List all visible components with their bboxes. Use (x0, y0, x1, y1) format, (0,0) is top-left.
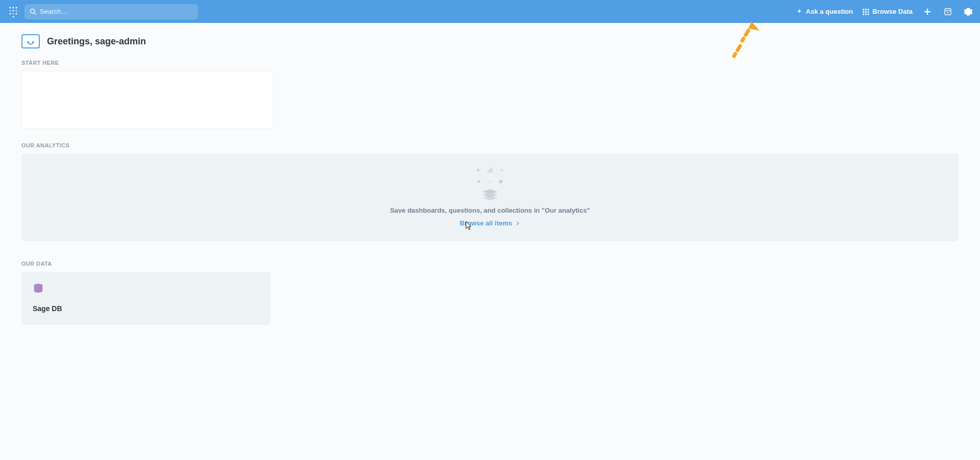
analytics-empty-text: Save dashboards, questions, and collecti… (390, 207, 590, 214)
greeting-row: Greetings, sage-admin (21, 34, 959, 48)
our-analytics-label: OUR ANALYTICS (21, 142, 959, 148)
svg-point-8 (15, 13, 17, 14)
greeting-text: Greetings, sage-admin (47, 36, 146, 47)
plus-icon (923, 7, 932, 16)
browse-data-label: Browse Data (872, 8, 913, 15)
svg-rect-14 (868, 9, 869, 10)
svg-marker-32 (482, 195, 498, 200)
browse-data-link[interactable]: Browse Data (862, 8, 913, 15)
search-icon (30, 8, 37, 15)
mascot-icon (21, 34, 40, 48)
svg-point-3 (9, 10, 11, 11)
svg-rect-15 (863, 11, 864, 12)
metabase-logo[interactable] (6, 5, 20, 19)
our-data-label: OUR DATA (21, 261, 959, 267)
svg-point-2 (15, 7, 17, 8)
svg-rect-18 (863, 13, 864, 15)
svg-point-4 (12, 10, 14, 11)
chevron-right-icon (515, 221, 520, 226)
grid-icon (862, 8, 869, 15)
svg-rect-16 (865, 11, 867, 12)
svg-rect-13 (865, 9, 867, 10)
browse-all-items-link[interactable]: Browse all items (460, 219, 521, 227)
svg-rect-19 (865, 13, 867, 15)
diamond-icon (498, 178, 504, 185)
svg-rect-17 (868, 11, 869, 12)
svg-rect-26 (488, 170, 489, 173)
database-card[interactable]: Sage DB (21, 272, 271, 325)
ask-a-question-label: Ask a question (806, 8, 853, 15)
search-input[interactable] (40, 8, 193, 15)
database-card-title: Sage DB (33, 304, 259, 313)
empty-illustration: ✦ ✧ ✦ ○ (476, 167, 504, 200)
start-here-card[interactable] (21, 71, 274, 129)
browse-all-label: Browse all items (460, 219, 512, 227)
svg-line-11 (34, 13, 36, 14)
spark-icon: ✦ (476, 178, 481, 185)
app-header: Ask a question Browse Data (0, 0, 980, 23)
ask-a-question-link[interactable]: Ask a question (796, 8, 853, 15)
svg-rect-23 (945, 9, 951, 15)
svg-point-10 (31, 9, 35, 13)
stack-icon (482, 189, 498, 200)
main-content: Greetings, sage-admin START HERE OUR ANA… (0, 23, 980, 336)
spark-icon: ○ (487, 178, 491, 185)
sparkle-icon (796, 8, 803, 15)
svg-point-0 (9, 7, 11, 8)
svg-rect-27 (489, 169, 491, 173)
svg-point-1 (12, 7, 14, 8)
bar-chart-icon (487, 167, 493, 173)
archive-button[interactable] (942, 6, 953, 17)
svg-rect-29 (498, 180, 502, 184)
start-here-label: START HERE (21, 60, 959, 66)
spark-icon: ✧ (499, 167, 504, 174)
svg-point-6 (9, 13, 11, 14)
database-icon (33, 283, 44, 294)
spark-icon: ✦ (476, 167, 481, 174)
gear-icon (964, 7, 973, 16)
create-new-button[interactable] (922, 6, 933, 17)
svg-rect-12 (863, 9, 864, 10)
svg-rect-28 (492, 168, 493, 173)
archive-icon (944, 8, 952, 16)
our-analytics-panel: ✦ ✧ ✦ ○ Save dashboards, questions, and … (21, 154, 959, 241)
svg-point-9 (12, 16, 14, 17)
svg-point-5 (15, 10, 17, 11)
settings-button[interactable] (963, 6, 974, 17)
svg-point-7 (12, 13, 14, 14)
svg-rect-20 (868, 13, 869, 15)
search-bar[interactable] (24, 4, 198, 19)
